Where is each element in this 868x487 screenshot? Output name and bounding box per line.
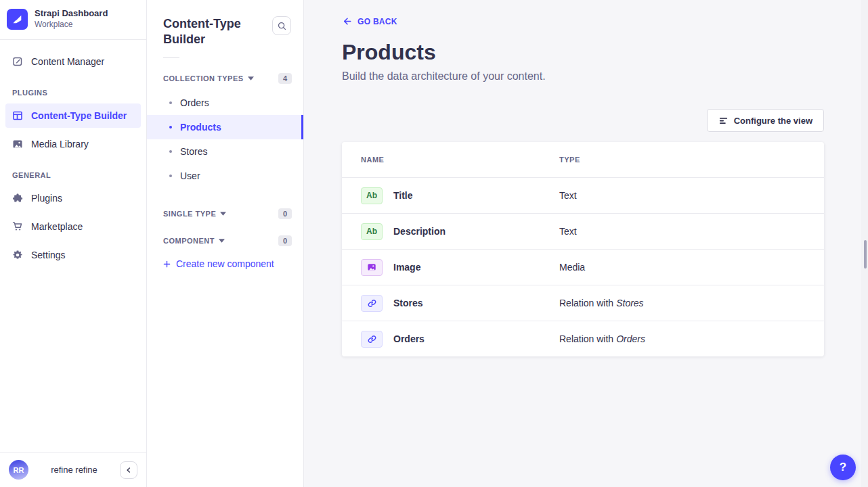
sidebar-item-label: Media Library (31, 139, 89, 149)
field-name: Stores (393, 298, 423, 308)
question-mark-icon: ? (840, 461, 846, 474)
workspace-title: Strapi Dashboard (35, 8, 108, 20)
sidebar-item-marketplace[interactable]: Marketplace (5, 214, 141, 239)
content-type-builder-panel: Content-Type Builder Collection Types 4 … (147, 0, 304, 487)
user-avatar[interactable]: RR (9, 460, 28, 480)
sidebar-item-label: Content-Type Builder (31, 110, 127, 121)
table-row-orders[interactable]: Orders Relation withOrders (342, 321, 824, 356)
workspace-brand[interactable]: Strapi Dashboard Workplace (0, 0, 146, 40)
field-type-target: Stores (616, 298, 643, 308)
sidebar-item-label: Settings (31, 250, 66, 260)
chevron-down-icon (220, 212, 226, 216)
single-type-toggle[interactable]: Single Type (163, 210, 226, 218)
divider (163, 57, 179, 58)
collection-types-list: Orders Products Stores User (147, 91, 303, 188)
sidebar-item-content-type-builder[interactable]: Content-Type Builder (5, 103, 141, 128)
group-label-text: Collection Types (163, 74, 244, 83)
group-label-text: Component (163, 237, 215, 245)
main-sidebar: Strapi Dashboard Workplace Content Manag… (0, 0, 147, 487)
search-button[interactable] (272, 16, 291, 35)
scrollbar-thumb[interactable] (864, 240, 867, 269)
column-header-type: TYPE (559, 156, 824, 164)
table-header: NAME TYPE (342, 142, 824, 177)
arrow-left-icon (342, 16, 352, 26)
image-icon (12, 139, 23, 149)
search-icon (277, 21, 287, 31)
sidebar-section-general: General (0, 171, 146, 179)
workspace-subtitle: Workplace (35, 20, 108, 30)
field-type: Relation withOrders (559, 333, 824, 344)
main-content: GO BACK Products Build the data architec… (304, 0, 868, 487)
sidebar-item-label: Marketplace (31, 221, 83, 232)
table-row-image[interactable]: Image Media (342, 249, 824, 285)
field-type-text: Relation with (559, 298, 613, 308)
create-new-component-label: Create new component (176, 258, 274, 269)
component-count: 0 (278, 235, 292, 246)
single-type-count: 0 (278, 208, 292, 219)
collection-type-orders[interactable]: Orders (147, 91, 303, 115)
chevron-down-icon (219, 239, 225, 243)
gear-icon (12, 250, 23, 260)
strapi-logo-icon (7, 9, 28, 30)
bullet-icon (169, 150, 172, 153)
collection-type-label: Stores (180, 146, 207, 157)
field-name: Orders (393, 333, 425, 344)
field-type: Relation withStores (559, 298, 824, 308)
text-field-icon: Ab (361, 187, 383, 204)
collection-type-stores[interactable]: Stores (147, 139, 303, 164)
sidebar-item-plugins[interactable]: Plugins (5, 186, 141, 210)
filter-lines-icon (718, 116, 729, 126)
help-button[interactable]: ? (830, 455, 856, 480)
puzzle-icon (12, 193, 23, 204)
field-name: Title (393, 190, 413, 201)
relation-field-icon (361, 295, 383, 312)
sidebar-nav: Content Manager Plugins Content-Type Bui… (0, 40, 146, 452)
strapi-app: Strapi Dashboard Workplace Content Manag… (0, 0, 868, 487)
table-row-stores[interactable]: Stores Relation withStores (342, 285, 824, 321)
table-row-title[interactable]: Ab Title Text (342, 177, 824, 213)
field-name: Image (393, 262, 420, 273)
field-type: Text (559, 190, 824, 201)
collection-type-label: Products (180, 122, 221, 133)
page-title: Products (342, 40, 824, 65)
scrollbar-track[interactable] (861, 0, 868, 487)
cart-icon (12, 221, 23, 232)
page-subtitle: Build the data architecture of your cont… (342, 70, 824, 83)
collection-type-label: Orders (180, 97, 209, 108)
sidebar-item-label: Plugins (31, 193, 62, 204)
table-row-description[interactable]: Ab Description Text (342, 213, 824, 249)
panel-title: Content-Type Builder (163, 16, 258, 47)
collection-type-products[interactable]: Products (147, 115, 303, 139)
field-type: Text (559, 226, 824, 237)
create-new-component-link[interactable]: Create new component (163, 258, 303, 269)
collection-types-count: 4 (278, 73, 292, 84)
pen-icon (12, 56, 23, 67)
layout-icon (12, 110, 23, 121)
field-type: Media (559, 262, 824, 273)
sidebar-item-label: Content Manager (31, 56, 104, 67)
bullet-icon (169, 175, 172, 177)
collapse-sidebar-button[interactable] (120, 461, 137, 479)
field-type-target: Orders (616, 333, 645, 344)
sidebar-item-settings[interactable]: Settings (5, 243, 141, 267)
sidebar-section-plugins: Plugins (0, 89, 146, 97)
chevron-down-icon (248, 76, 254, 80)
component-toggle[interactable]: Component (163, 237, 225, 245)
plus-icon (163, 260, 171, 268)
bullet-icon (169, 126, 172, 129)
media-field-icon (361, 259, 383, 276)
go-back-link[interactable]: GO BACK (342, 16, 397, 26)
sidebar-footer: RR refine refine (0, 452, 146, 487)
sidebar-item-media-library[interactable]: Media Library (5, 132, 141, 156)
field-name: Description (393, 226, 446, 237)
relation-field-icon (361, 331, 383, 348)
sidebar-item-content-manager[interactable]: Content Manager (5, 49, 141, 74)
go-back-label: GO BACK (357, 17, 397, 26)
configure-view-button[interactable]: Configure the view (707, 109, 824, 132)
configure-view-label: Configure the view (734, 116, 812, 126)
fields-table: NAME TYPE Ab Title Text Ab Description T (342, 142, 824, 356)
column-header-name: NAME (361, 156, 559, 164)
collection-types-toggle[interactable]: Collection Types (163, 74, 254, 83)
collection-type-label: User (180, 170, 200, 181)
collection-type-user[interactable]: User (147, 164, 303, 188)
